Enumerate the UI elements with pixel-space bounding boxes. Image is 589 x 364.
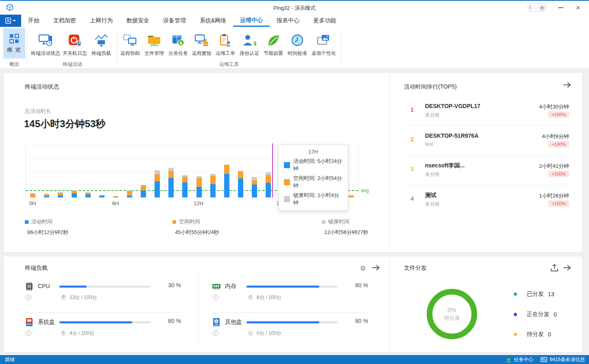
terminal-name: 测试	[425, 192, 436, 199]
ranking-row-1[interactable]: 1 DESKTOP-VGDPL17 未分组 4小时30分钟 +100%	[390, 96, 583, 126]
info-icon[interactable]: i	[26, 295, 31, 300]
cpu-progress-bar	[59, 286, 151, 288]
pending-count: 0	[548, 331, 551, 338]
delta-badge: +100%	[548, 141, 569, 147]
ribbon-button-desktop-personalize[interactable]: 桌面个性化	[310, 28, 338, 60]
download-arrow-icon	[506, 357, 511, 362]
system-disk-ssd-icon	[25, 318, 34, 327]
leaf-icon	[267, 32, 280, 49]
ribbon-button-file-manage[interactable]: 文件管理	[142, 28, 167, 60]
other-disk-progress-fill	[247, 321, 319, 323]
bar-hour-15[interactable]	[238, 171, 243, 197]
moon-icon[interactable]: ☾	[529, 5, 533, 10]
tab-kaishi[interactable]: 开始	[21, 15, 46, 27]
bar-hour-5[interactable]	[99, 195, 105, 197]
sun-icon[interactable]: ☀	[539, 5, 545, 11]
package-distribute-icon	[172, 32, 185, 49]
gauge-label: CPU	[38, 283, 50, 289]
terminal-name: nsecsoft李国...	[425, 162, 465, 169]
memory-progress-bar	[247, 286, 338, 288]
tab-shujuanquan[interactable]: 数据安全	[120, 15, 156, 27]
bar-hour-16[interactable]	[252, 177, 257, 197]
ribbon-button-work-order[interactable]: 运维工单	[214, 28, 237, 60]
legend-active-time[interactable]: 活动时间 86小时12分钟2秒	[25, 218, 68, 236]
tab-baobiaozhongxin[interactable]: 报表中心	[270, 15, 306, 27]
ribbon-button-power-log[interactable]: 开关机日志	[62, 28, 88, 60]
system-disk-progress-bar	[59, 321, 151, 323]
folder-icon	[147, 32, 161, 49]
ranking-more-arrow[interactable]	[563, 82, 572, 88]
identity-auth-icon	[242, 32, 256, 49]
ranking-row-2[interactable]: 2 DESKTOP-51R976A test 4小时6分钟 +100%	[390, 126, 583, 156]
panel-title: 文件分发	[404, 264, 427, 272]
task-center-button[interactable]: 任务中心	[506, 356, 533, 363]
ribbon-group-divider	[117, 30, 118, 67]
theme-toggle[interactable]: ☾ ☀	[527, 4, 547, 12]
load-more-arrow[interactable]	[371, 264, 380, 271]
gauge-percent: 80 %	[355, 282, 378, 288]
tab-yunweizhongxin[interactable]: 运维中心	[233, 15, 270, 27]
bar-hour-17[interactable]	[266, 172, 271, 197]
bar-hour-2[interactable]	[58, 192, 63, 197]
titlebar: Ping32 - 演示模式 ☾ ☀ ×	[0, 1, 589, 15]
mini-pie-icon	[61, 331, 66, 336]
distributed-dot-icon	[514, 292, 517, 296]
ribbon-button-terminal-activity[interactable]: 终端活动状态	[29, 28, 62, 60]
tooltip-row-active: 活动时间: 5小时24分钟	[284, 158, 342, 172]
tab-shebeiguanli[interactable]: 设备管理	[156, 15, 193, 27]
bar-hour-0[interactable]	[30, 193, 35, 197]
load-settings-gear-icon[interactable]: ⚙	[360, 264, 366, 272]
info-icon[interactable]: i	[26, 330, 31, 336]
remote-wipe-icon	[195, 32, 209, 49]
distributed-count: 13	[548, 291, 554, 297]
gauge-count: 0台 / 100台	[257, 330, 281, 337]
bar-hour-9[interactable]	[155, 170, 160, 197]
statusbar: 就绪 任务中心 9415条未读信息	[0, 355, 589, 364]
ribbon-button-overview[interactable]: 概 览	[3, 28, 25, 58]
bar-hour-11[interactable]	[182, 175, 188, 197]
terminal-name: DESKTOP-51R976A	[425, 132, 478, 139]
close-button[interactable]: ×	[571, 2, 585, 13]
file-dist-more-arrow[interactable]	[563, 264, 572, 271]
duration-value: 4小时6分钟	[542, 133, 569, 140]
legend-locked-time[interactable]: 锁屏时间 12小时56分钟27秒	[322, 218, 368, 236]
panel-title: 终端活动状态	[25, 83, 59, 91]
bar-hour-12[interactable]	[196, 176, 202, 197]
ribbon-button-identity-auth[interactable]: 身份认证	[237, 28, 262, 60]
info-icon[interactable]: i	[213, 295, 218, 300]
tab-shangwangxingwei[interactable]: 上网行为	[83, 15, 120, 27]
ribbon-button-energy-saving[interactable]: 节能设置	[262, 28, 285, 60]
legend-idle-time[interactable]: 空闲时间 45小时55分钟24秒	[172, 218, 219, 236]
ranking-row-3[interactable]: 3 nsecsoft李国... 未分组 2小时41分钟 +100%	[390, 156, 583, 185]
bar-hour-6[interactable]	[113, 196, 118, 197]
ribbon-button-remote-assist[interactable]: 远程协助	[119, 28, 142, 60]
distribute-upload-icon[interactable]	[550, 264, 558, 272]
gauge-count: 6台 / 100台	[257, 294, 281, 301]
tab-wendangjiami[interactable]: 文档加密	[46, 15, 83, 27]
tab-xitongwangluo[interactable]: 系统&网络	[193, 15, 233, 27]
ribbon-button-remote-wipe[interactable]: 远程擦除	[190, 28, 214, 60]
ribbon-button-terminal-load[interactable]: 终端负载	[88, 28, 115, 60]
bar-hour-4[interactable]	[85, 192, 91, 197]
ribbon-button-distribute-task[interactable]: 分发任务	[167, 28, 190, 60]
bar-hour-1[interactable]	[44, 194, 49, 197]
ranking-row-4[interactable]: 4 测试 未分组 1小时26分钟 +100%	[390, 185, 583, 215]
info-icon[interactable]: i	[213, 330, 218, 336]
bar-hour-8[interactable]	[141, 185, 146, 197]
bar-hour-13[interactable]	[210, 174, 216, 197]
bar-hour-3[interactable]	[72, 190, 77, 197]
grid-overview-icon	[9, 33, 20, 44]
power-log-icon	[68, 32, 81, 49]
bar-hour-10[interactable]	[168, 168, 174, 197]
bar-hour-23[interactable]	[349, 195, 354, 197]
tab-gengduogongneng[interactable]: 更多功能	[306, 15, 343, 27]
bar-hour-14[interactable]	[224, 165, 229, 197]
unread-messages-button[interactable]: 9415条未读信息	[541, 356, 585, 363]
bar-hour-7[interactable]	[127, 190, 132, 197]
active-total-value: 86小时12分钟2秒	[27, 229, 68, 236]
ribbon-group-divider	[341, 30, 341, 67]
ribbon-button-time-calibration[interactable]: 时间校准	[285, 28, 310, 60]
main-menu-button[interactable]	[0, 15, 21, 27]
minimize-button[interactable]	[554, 2, 568, 13]
terminal-group: 未分组	[425, 112, 440, 119]
